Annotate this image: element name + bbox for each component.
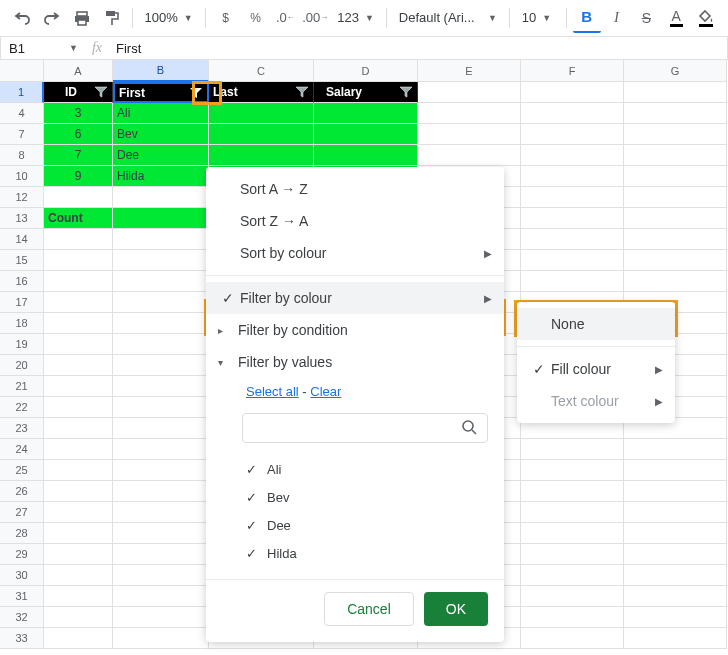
cell[interactable] <box>113 586 209 607</box>
cell[interactable] <box>418 124 521 145</box>
row-header[interactable]: 16 <box>0 271 44 292</box>
cell[interactable] <box>624 103 727 124</box>
cell[interactable] <box>624 82 727 103</box>
filter-by-values[interactable]: ▾Filter by values <box>206 346 504 378</box>
cell[interactable] <box>44 397 113 418</box>
row-header[interactable]: 12 <box>0 187 44 208</box>
cell[interactable] <box>521 166 624 187</box>
clear-link[interactable]: Clear <box>310 384 341 399</box>
row-header[interactable]: 25 <box>0 460 44 481</box>
cell[interactable] <box>44 334 113 355</box>
cell[interactable] <box>624 271 727 292</box>
cell-id[interactable]: 9 <box>44 166 113 187</box>
cell[interactable] <box>418 82 521 103</box>
cell[interactable] <box>521 124 624 145</box>
row-header[interactable]: 14 <box>0 229 44 250</box>
cell[interactable] <box>113 544 209 565</box>
cell[interactable] <box>209 103 314 124</box>
cell[interactable] <box>521 628 624 649</box>
column-header[interactable]: A <box>44 60 113 82</box>
row-header[interactable]: 26 <box>0 481 44 502</box>
cell[interactable] <box>624 481 727 502</box>
cell[interactable] <box>44 628 113 649</box>
ok-button[interactable]: OK <box>424 592 488 626</box>
row-header[interactable]: 27 <box>0 502 44 523</box>
cell[interactable] <box>624 124 727 145</box>
cell[interactable] <box>624 439 727 460</box>
cell[interactable] <box>521 103 624 124</box>
row-header[interactable]: 30 <box>0 565 44 586</box>
filter-value-item[interactable]: ✓Ali <box>246 455 504 483</box>
row-header[interactable]: 8 <box>0 145 44 166</box>
cell[interactable] <box>44 607 113 628</box>
cell[interactable] <box>314 103 418 124</box>
cell[interactable] <box>624 460 727 481</box>
cell[interactable] <box>521 607 624 628</box>
row-header[interactable]: 33 <box>0 628 44 649</box>
cell[interactable] <box>521 271 624 292</box>
cell[interactable] <box>418 145 521 166</box>
row-header[interactable]: 20 <box>0 355 44 376</box>
cell[interactable] <box>44 292 113 313</box>
row-header[interactable]: 22 <box>0 397 44 418</box>
filter-search[interactable] <box>242 413 488 443</box>
row-header[interactable]: 7 <box>0 124 44 145</box>
sort-by-colour[interactable]: Sort by colour▶ <box>206 237 504 269</box>
cell[interactable] <box>314 145 418 166</box>
cell[interactable] <box>624 586 727 607</box>
cell[interactable] <box>521 250 624 271</box>
cell[interactable] <box>113 481 209 502</box>
row-header[interactable]: 18 <box>0 313 44 334</box>
cell[interactable] <box>624 565 727 586</box>
row-header[interactable]: 10 <box>0 166 44 187</box>
cell[interactable] <box>44 481 113 502</box>
cell[interactable] <box>44 523 113 544</box>
cell[interactable] <box>44 460 113 481</box>
cell[interactable] <box>521 586 624 607</box>
sort-z-a[interactable]: Sort Z → A <box>206 205 504 237</box>
redo-button[interactable] <box>38 4 66 32</box>
column-header[interactable]: C <box>209 60 314 82</box>
filter-search-input[interactable] <box>251 421 461 436</box>
bold-button[interactable]: B <box>573 3 601 33</box>
header-last[interactable]: Last <box>209 82 314 103</box>
cell[interactable] <box>44 544 113 565</box>
row-header[interactable]: 17 <box>0 292 44 313</box>
column-header[interactable]: G <box>624 60 727 82</box>
undo-button[interactable] <box>8 4 36 32</box>
text-color-button[interactable]: A <box>662 4 690 32</box>
cell[interactable] <box>44 271 113 292</box>
header-id[interactable]: ID <box>44 82 113 103</box>
cell[interactable] <box>44 355 113 376</box>
cell[interactable] <box>521 544 624 565</box>
cell[interactable] <box>113 187 209 208</box>
more-formats-button[interactable]: 123▼ <box>331 4 380 32</box>
cell[interactable] <box>113 334 209 355</box>
cell[interactable] <box>521 187 624 208</box>
cell[interactable] <box>44 187 113 208</box>
increase-decimal-button[interactable]: .00→ <box>301 4 329 32</box>
cell[interactable] <box>521 481 624 502</box>
italic-button[interactable]: I <box>603 4 631 32</box>
cell-first[interactable]: Hilda <box>113 166 209 187</box>
filter-by-colour[interactable]: ✓Filter by colour▶ <box>206 282 504 314</box>
cell[interactable] <box>624 229 727 250</box>
cell[interactable] <box>113 397 209 418</box>
filter-by-condition[interactable]: ▸Filter by condition <box>206 314 504 346</box>
paint-format-button[interactable] <box>98 4 126 32</box>
cell-first[interactable]: Dee <box>113 145 209 166</box>
cell[interactable] <box>521 439 624 460</box>
cell-id[interactable]: 6 <box>44 124 113 145</box>
cell[interactable] <box>521 565 624 586</box>
row-header[interactable]: 4 <box>0 103 44 124</box>
row-header[interactable]: 32 <box>0 607 44 628</box>
row-header[interactable]: 29 <box>0 544 44 565</box>
percent-button[interactable]: % <box>242 4 270 32</box>
chevron-down-icon[interactable]: ▼ <box>69 43 78 53</box>
cell[interactable] <box>624 208 727 229</box>
header-salary[interactable]: Salary <box>314 82 418 103</box>
cell[interactable] <box>624 145 727 166</box>
cell[interactable] <box>44 418 113 439</box>
cell[interactable] <box>113 355 209 376</box>
row-header[interactable]: 21 <box>0 376 44 397</box>
